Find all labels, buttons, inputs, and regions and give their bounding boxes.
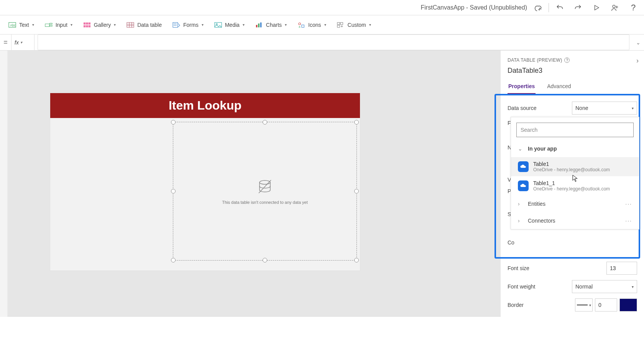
prop-border-row: Border ▾ 0 <box>508 298 637 311</box>
page-title: Item Lookup <box>50 93 360 118</box>
ribbon-charts[interactable]: Charts▾ <box>251 19 291 31</box>
datasource-item-table1[interactable]: Table1 OneDrive - henry.legge@outlook.co… <box>511 157 639 176</box>
redo-icon[interactable] <box>570 0 586 15</box>
title-bar: FirstCanvasApp - Saved (Unpublished) ? <box>0 0 644 15</box>
chevron-down-icon: ▾ <box>243 23 245 27</box>
share-icon[interactable] <box>607 0 623 15</box>
resize-handle[interactable] <box>354 120 359 125</box>
chevron-down-icon: ▾ <box>632 106 634 110</box>
health-icon[interactable] <box>530 0 545 15</box>
help-icon[interactable]: ? <box>626 0 641 15</box>
svg-rect-22 <box>256 25 258 27</box>
insert-ribbon: Abc Text▾ Input▾ Gallery▾ Data table For… <box>0 15 644 34</box>
tab-properties[interactable]: Properties <box>508 80 536 94</box>
resize-handle[interactable] <box>354 258 359 262</box>
svg-rect-9 <box>84 25 85 27</box>
database-empty-icon <box>256 178 274 196</box>
chevron-down-icon: ▾ <box>632 285 634 289</box>
chevron-down-icon: ▾ <box>32 23 34 27</box>
data-table-control[interactable]: This data table isn't connected to any d… <box>173 122 357 261</box>
datasource-item-table1-1[interactable]: Table1_1 OneDrive - henry.legge@outlook.… <box>511 176 639 195</box>
chevron-down-icon: ▾ <box>589 303 591 307</box>
svg-rect-29 <box>337 25 339 27</box>
svg-rect-5 <box>49 25 52 26</box>
formula-equals: = <box>0 34 12 50</box>
prop-label: Font size <box>508 265 529 271</box>
ribbon-icons[interactable]: Icons▾ <box>294 19 330 31</box>
ribbon-text[interactable]: Abc Text▾ <box>5 19 38 31</box>
canvas[interactable]: Item Lookup This data table isn't connec… <box>8 51 500 317</box>
collapse-panel-icon[interactable]: › <box>636 57 639 65</box>
chevron-down-icon: ▾ <box>20 40 22 44</box>
formula-input[interactable] <box>38 34 629 50</box>
chevron-down-icon: ▾ <box>71 23 72 27</box>
tab-advanced[interactable]: Advanced <box>546 80 572 94</box>
border-style-dropdown[interactable]: ▾ <box>575 298 593 311</box>
icons-icon <box>297 21 305 29</box>
fx-dropdown[interactable]: fx ▾ <box>12 34 34 50</box>
svg-rect-24 <box>260 22 262 27</box>
svg-rect-20 <box>215 22 222 27</box>
label-icon: Abc <box>8 21 16 29</box>
font-size-input[interactable]: 13 <box>606 262 637 275</box>
svg-rect-23 <box>258 23 260 27</box>
chevron-right-icon: › <box>518 201 523 207</box>
chart-icon <box>255 21 263 29</box>
main-area: Item Lookup This data table isn't connec… <box>0 51 644 317</box>
section-connectors[interactable]: › Connectors ··· <box>511 212 639 229</box>
media-icon <box>214 21 222 29</box>
data-source-picker: Search ⌄ In your app Table1 OneDrive - h… <box>511 117 639 229</box>
border-width-input[interactable]: 0 <box>595 298 617 311</box>
svg-rect-17 <box>173 22 178 27</box>
help-icon[interactable]: ? <box>564 57 570 63</box>
svg-rect-7 <box>86 22 88 24</box>
section-in-your-app[interactable]: ⌄ In your app <box>511 140 639 157</box>
data-source-dropdown[interactable]: None ▾ <box>572 102 637 115</box>
svg-rect-3 <box>45 24 49 26</box>
svg-rect-27 <box>337 22 339 24</box>
screen: Item Lookup This data table isn't connec… <box>50 93 360 271</box>
prop-label: Border <box>508 302 524 308</box>
undo-icon[interactable] <box>552 0 567 15</box>
resize-handle[interactable] <box>171 258 176 262</box>
prop-label: Co <box>508 239 514 246</box>
resize-handle[interactable] <box>263 120 267 125</box>
ribbon-gallery[interactable]: Gallery▾ <box>79 19 120 31</box>
svg-text:Abc: Abc <box>10 23 16 27</box>
ribbon-input[interactable]: Input▾ <box>41 19 76 31</box>
onedrive-icon <box>518 180 529 191</box>
chevron-down-icon: ▾ <box>324 23 326 27</box>
ribbon-custom[interactable]: Custom▾ <box>333 19 375 31</box>
ribbon-forms[interactable]: Forms▾ <box>169 19 207 31</box>
chevron-down-icon: ⌄ <box>518 146 523 152</box>
play-icon[interactable] <box>589 0 604 15</box>
svg-rect-26 <box>302 25 304 27</box>
formula-expand[interactable]: ⌄ <box>632 39 644 46</box>
more-icon[interactable]: ··· <box>625 218 632 224</box>
control-name: DataTable3 <box>508 67 637 75</box>
resize-handle[interactable] <box>354 189 359 193</box>
search-input[interactable]: Search <box>516 123 634 137</box>
input-icon <box>45 21 53 29</box>
resize-handle[interactable] <box>171 120 176 125</box>
app-title: FirstCanvasApp - Saved (Unpublished) <box>421 4 527 11</box>
prop-data-source-row: Data source None ▾ <box>508 102 637 115</box>
control-type-caption: DATA TABLE (PREVIEW) <box>508 57 562 63</box>
left-rail[interactable] <box>0 51 8 317</box>
chevron-right-icon: › <box>518 218 523 224</box>
resize-handle[interactable] <box>171 189 176 193</box>
border-color-swatch[interactable] <box>619 298 637 311</box>
gallery-icon <box>83 21 91 29</box>
chevron-down-icon: ▾ <box>114 23 116 27</box>
section-entities[interactable]: › Entities ··· <box>511 195 639 212</box>
font-weight-dropdown[interactable]: Normal ▾ <box>572 280 637 293</box>
resize-handle[interactable] <box>263 258 267 262</box>
svg-rect-6 <box>84 22 85 24</box>
svg-point-25 <box>299 23 301 25</box>
more-icon[interactable]: ··· <box>625 201 632 207</box>
svg-rect-28 <box>340 22 343 24</box>
ribbon-media[interactable]: Media▾ <box>210 19 248 31</box>
onedrive-icon <box>518 161 529 172</box>
ribbon-datatable[interactable]: Data table <box>123 19 166 31</box>
svg-rect-4 <box>49 23 52 24</box>
